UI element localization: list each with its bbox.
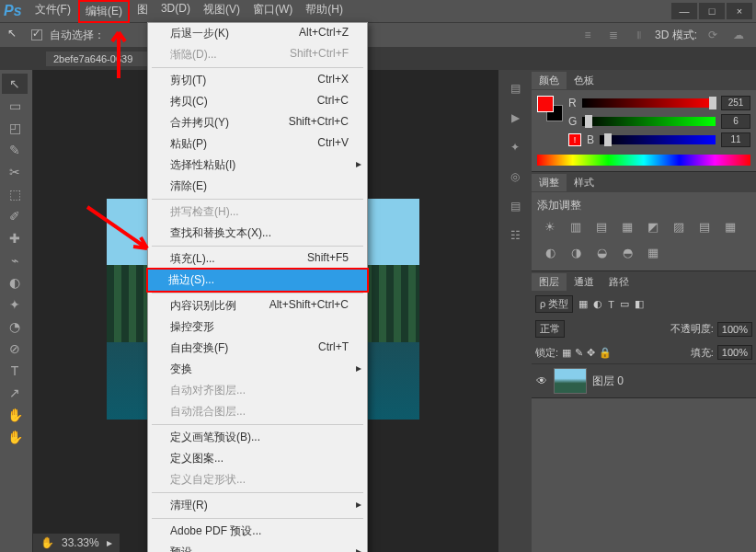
menu-view[interactable]: 视图(V): [198, 0, 246, 23]
eyedropper-tool[interactable]: ⬚: [2, 184, 28, 204]
wand-tool[interactable]: ✎: [2, 140, 28, 160]
filter-adj-icon[interactable]: ◐: [593, 298, 602, 310]
filter-pixel-icon[interactable]: ▦: [578, 298, 588, 310]
fg-color-swatch[interactable]: [537, 96, 554, 112]
maximize-button[interactable]: □: [699, 3, 725, 19]
layer-name[interactable]: 图层 0: [592, 374, 624, 389]
menu-file[interactable]: 文件(F): [29, 0, 76, 23]
filter-smart-icon[interactable]: ◧: [635, 298, 644, 310]
vibrance-icon[interactable]: ◩: [644, 217, 662, 236]
edit-menu-item[interactable]: 内容识别比例Alt+Shift+Ctrl+C: [148, 295, 367, 316]
tab-swatches[interactable]: 色板: [567, 72, 601, 89]
pen-tool[interactable]: ⊘: [2, 339, 28, 359]
tab-layers[interactable]: 图层: [532, 273, 567, 291]
hand-tool[interactable]: ✋: [2, 427, 28, 447]
edit-menu-item[interactable]: 填充(L)...Shift+F5: [148, 248, 367, 270]
channel-mixer-icon[interactable]: ◑: [567, 243, 585, 261]
align-icon-2[interactable]: ≣: [603, 25, 624, 45]
lock-all-icon[interactable]: 🔒: [599, 347, 612, 359]
edit-menu-item[interactable]: 描边(S)...: [146, 268, 369, 293]
edit-menu-item[interactable]: Adobe PDF 预设...: [148, 521, 367, 542]
heal-tool[interactable]: ✚: [2, 228, 28, 248]
edit-menu-item[interactable]: 拼写检查(H)...: [148, 201, 367, 223]
edit-menu-item[interactable]: 剪切(T)Ctrl+X: [148, 70, 367, 91]
edit-menu-item[interactable]: 拷贝(C)Ctrl+C: [148, 91, 367, 112]
minimize-button[interactable]: —: [671, 3, 697, 19]
b-value[interactable]: 11: [721, 132, 750, 147]
light-icon[interactable]: ☁: [728, 25, 749, 45]
edit-menu-item[interactable]: 定义图案...: [148, 448, 367, 469]
edit-menu-item[interactable]: 查找和替换文本(X)...: [148, 223, 367, 244]
status-arrow-icon[interactable]: ▸: [107, 536, 112, 549]
posterize-icon[interactable]: ▦: [644, 243, 662, 261]
dock-para-icon[interactable]: ▤: [504, 195, 526, 217]
tab-channels[interactable]: 通道: [567, 273, 601, 291]
exposure-icon[interactable]: ▦: [618, 217, 636, 236]
photo-filter-icon[interactable]: ◐: [541, 243, 559, 261]
b-slider[interactable]: [600, 135, 716, 144]
edit-menu-item[interactable]: 定义画笔预设(B)...: [148, 427, 367, 448]
dock-history-icon[interactable]: ▤: [504, 77, 526, 99]
move-tool[interactable]: ↖: [2, 74, 28, 94]
edit-menu-item[interactable]: 选择性粘贴(I)▸: [148, 155, 367, 176]
gamut-warning-icon[interactable]: !: [568, 133, 581, 146]
lock-position-icon[interactable]: ✥: [587, 347, 595, 359]
crop-tool[interactable]: ✂: [2, 162, 28, 182]
menu-help[interactable]: 帮助(H): [300, 0, 349, 23]
dock-nav-icon[interactable]: ✦: [504, 136, 526, 158]
g-slider[interactable]: [582, 117, 716, 126]
menu-3d[interactable]: 3D(D): [155, 0, 196, 23]
fill-value[interactable]: 100%: [717, 345, 752, 360]
g-value[interactable]: 6: [721, 114, 750, 129]
edit-menu-item[interactable]: 合并拷贝(Y)Shift+Ctrl+C: [148, 112, 367, 133]
invert-icon[interactable]: ◓: [618, 243, 636, 261]
brush-tool[interactable]: ✐: [2, 206, 28, 226]
eraser-tool[interactable]: ◐: [2, 272, 28, 293]
tab-styles[interactable]: 样式: [567, 174, 601, 191]
lock-transparent-icon[interactable]: ▦: [562, 347, 571, 359]
r-value[interactable]: 251: [721, 96, 750, 110]
edit-menu-item[interactable]: 自动对齐图层...: [148, 380, 367, 401]
path-tool[interactable]: ↗: [2, 383, 28, 403]
color-balance-icon[interactable]: ▤: [695, 217, 714, 236]
bw-icon[interactable]: ▦: [721, 217, 739, 236]
filter-type-icon[interactable]: T: [608, 299, 614, 310]
blur-tool[interactable]: ◔: [2, 316, 28, 337]
dock-char-icon[interactable]: ◎: [504, 166, 526, 188]
auto-select-checkbox[interactable]: [31, 29, 42, 40]
menu-window[interactable]: 窗口(W): [247, 0, 298, 23]
marquee-tool[interactable]: ▭: [2, 96, 28, 116]
opacity-value[interactable]: 100%: [717, 322, 752, 337]
fg-bg-swatch[interactable]: [537, 96, 563, 121]
hue-ramp[interactable]: [537, 155, 750, 166]
tab-paths[interactable]: 路径: [601, 273, 636, 291]
hue-icon[interactable]: ▨: [670, 217, 688, 236]
tab-color[interactable]: 颜色: [532, 72, 567, 89]
hand-icon[interactable]: ✋: [40, 536, 54, 549]
shape-tool[interactable]: ✋: [2, 405, 28, 425]
edit-menu-item[interactable]: 清除(E): [148, 176, 367, 197]
layer-row[interactable]: 👁 图层 0: [532, 363, 756, 397]
tab-adjustments[interactable]: 调整: [532, 174, 567, 191]
levels-icon[interactable]: ▥: [567, 217, 585, 236]
brightness-icon[interactable]: ☀: [541, 217, 559, 236]
edit-menu-item[interactable]: 清理(R)▸: [148, 495, 367, 516]
layer-thumbnail[interactable]: [554, 368, 587, 394]
filter-shape-icon[interactable]: ▭: [620, 298, 629, 310]
type-tool[interactable]: T: [2, 361, 28, 381]
gradient-tool[interactable]: ✦: [2, 294, 28, 315]
edit-menu-item[interactable]: 渐隐(D)...Shift+Ctrl+F: [148, 44, 367, 65]
edit-menu-item[interactable]: 预设▸: [148, 542, 367, 552]
lasso-tool[interactable]: ◰: [2, 118, 28, 138]
lock-image-icon[interactable]: ✎: [575, 347, 583, 359]
blend-mode-dropdown[interactable]: 正常: [535, 320, 565, 338]
menu-image[interactable]: 图: [132, 0, 154, 23]
distribute-icon[interactable]: ⫴: [629, 25, 649, 45]
curves-icon[interactable]: ▤: [592, 217, 611, 236]
zoom-level[interactable]: 33.33%: [62, 536, 99, 549]
lookup-icon[interactable]: ◒: [592, 243, 611, 261]
edit-menu-item[interactable]: 后退一步(K)Alt+Ctrl+Z: [148, 23, 367, 44]
document-tab[interactable]: 2befe7a646-0639: [46, 52, 140, 66]
edit-menu-item[interactable]: 粘贴(P)Ctrl+V: [148, 133, 367, 155]
r-slider[interactable]: [582, 98, 716, 108]
